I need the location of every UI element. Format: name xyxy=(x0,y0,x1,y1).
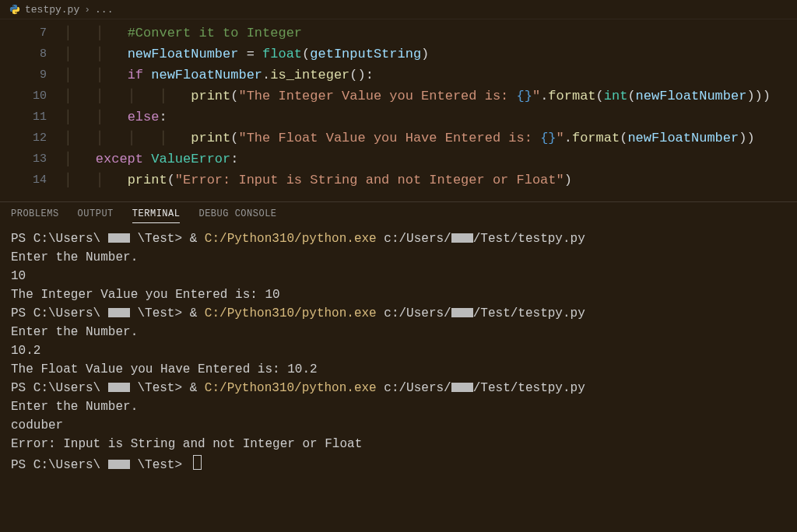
line-number: 7 xyxy=(0,23,64,44)
redacted-username xyxy=(108,460,130,469)
redacted-username xyxy=(451,383,473,392)
code-content[interactable]: │ except ValueError: xyxy=(64,149,797,170)
code-line[interactable]: 12│ │ │ │ print("The Float Value you Hav… xyxy=(0,128,797,149)
code-line[interactable]: 14│ │ print("Error: Input is String and … xyxy=(0,170,797,191)
code-content[interactable]: │ │ if newFloatNumber.is_integer(): xyxy=(64,65,797,86)
code-line[interactable]: 10│ │ │ │ print("The Integer Value you E… xyxy=(0,86,797,107)
panel-tab-problems[interactable]: PROBLEMS xyxy=(11,208,59,223)
code-content[interactable]: │ │ print("Error: Input is String and no… xyxy=(64,170,797,191)
code-editor[interactable]: 7│ │ #Convert it to Integer8│ │ newFloat… xyxy=(0,19,797,201)
redacted-username xyxy=(108,308,130,317)
panel-tab-debug-console[interactable]: DEBUG CONSOLE xyxy=(198,208,276,223)
code-content[interactable]: │ │ else: xyxy=(64,107,797,128)
code-line[interactable]: 8│ │ newFloatNumber = float(getInputStri… xyxy=(0,44,797,65)
terminal-cursor xyxy=(193,455,202,470)
code-line[interactable]: 7│ │ #Convert it to Integer xyxy=(0,23,797,44)
line-number: 14 xyxy=(0,170,64,191)
line-number: 10 xyxy=(0,86,64,107)
line-number: 12 xyxy=(0,128,64,149)
code-line[interactable]: 9│ │ if newFloatNumber.is_integer(): xyxy=(0,65,797,86)
code-content[interactable]: │ │ newFloatNumber = float(getInputStrin… xyxy=(64,44,797,65)
line-number: 13 xyxy=(0,149,64,170)
redacted-username xyxy=(451,308,473,317)
code-line[interactable]: 13│ except ValueError: xyxy=(0,149,797,170)
terminal-output[interactable]: PS C:\Users\ \Test> & C:/Python310/pytho… xyxy=(0,228,797,532)
breadcrumb[interactable]: testpy.py › ... xyxy=(0,0,797,19)
breadcrumb-separator-icon: › xyxy=(84,4,90,16)
code-content[interactable]: │ │ │ │ print("The Float Value you Have … xyxy=(64,128,797,149)
line-number: 8 xyxy=(0,44,64,65)
line-number: 9 xyxy=(0,65,64,86)
breadcrumb-trail[interactable]: ... xyxy=(95,4,113,16)
code-content[interactable]: │ │ #Convert it to Integer xyxy=(64,23,797,44)
breadcrumb-file[interactable]: testpy.py xyxy=(25,4,79,16)
panel-tab-terminal[interactable]: TERMINAL xyxy=(132,208,181,223)
redacted-username xyxy=(451,233,473,243)
redacted-username xyxy=(108,383,130,392)
panel-tab-output[interactable]: OUTPUT xyxy=(78,208,114,223)
code-line[interactable]: 11│ │ else: xyxy=(0,107,797,128)
redacted-username xyxy=(108,233,130,243)
panel-tabs: PROBLEMSOUTPUTTERMINALDEBUG CONSOLE xyxy=(0,202,797,228)
python-file-icon xyxy=(9,4,20,15)
line-number: 11 xyxy=(0,107,64,128)
code-content[interactable]: │ │ │ │ print("The Integer Value you Ent… xyxy=(64,86,797,107)
